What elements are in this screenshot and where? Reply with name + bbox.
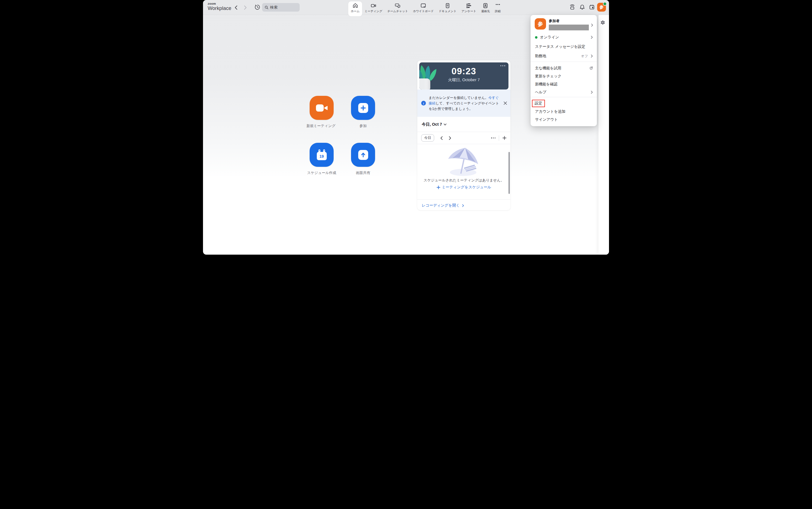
main-tabs: ホーム ミーティング チームチャット ホワイトボード ドキュメント アンケート <box>348 0 503 14</box>
tab-label: チームチャット <box>387 9 408 13</box>
search-placeholder: 検索 <box>270 5 278 10</box>
tab-more[interactable]: 詳細 <box>493 1 503 16</box>
prev-day-button[interactable] <box>440 136 443 140</box>
today-button[interactable]: 今日 <box>421 134 434 142</box>
tab-label: ホワイトボード <box>413 9 434 13</box>
forward-button[interactable] <box>242 4 248 10</box>
status-label: オンライン <box>540 35 559 40</box>
close-icon <box>504 101 507 105</box>
join-meeting-button[interactable]: 参加 <box>351 96 375 128</box>
connect-device-button[interactable] <box>569 4 576 10</box>
search-input[interactable]: 検索 <box>262 3 300 11</box>
tab-contacts[interactable]: 連絡先 <box>479 1 493 16</box>
tab-docs[interactable]: ドキュメント <box>436 1 459 16</box>
menu-item-try-features[interactable]: 主な機能を試用 <box>531 64 597 72</box>
header-bar: zoom Workplace 検索 ホーム <box>203 0 609 15</box>
clock-card-more-button[interactable] <box>501 65 505 66</box>
chevron-right-icon <box>591 24 593 27</box>
share-screen-tile[interactable] <box>351 143 375 167</box>
menu-item-settings[interactable]: 設定 <box>531 99 597 107</box>
date-header-label: 今日, Oct 7 <box>422 122 442 127</box>
menu-item-check-updates[interactable]: 更新をチェック <box>531 72 597 80</box>
tab-surveys[interactable]: アンケート <box>459 1 479 16</box>
recent-history-button[interactable] <box>255 4 261 10</box>
tab-home[interactable]: ホーム <box>348 1 362 16</box>
external-link-icon <box>589 66 593 70</box>
menu-item-sign-out[interactable]: サインアウト <box>531 115 597 124</box>
logo-workplace-text: Workplace <box>208 6 232 11</box>
calendar-icon <box>588 4 595 10</box>
open-recordings-link[interactable]: レコーディングを開く <box>422 203 464 208</box>
zoom-workplace-window: zoom Workplace 検索 ホーム <box>203 0 609 254</box>
home-icon <box>352 3 358 8</box>
calendar-button[interactable] <box>588 4 595 10</box>
chevron-right-icon <box>462 204 464 207</box>
calendar-more-button[interactable] <box>491 138 496 138</box>
more-ellipsis-icon <box>495 3 501 8</box>
new-meeting-tile[interactable] <box>310 96 334 120</box>
notifications-button[interactable] <box>579 4 585 10</box>
plus-icon <box>358 103 368 113</box>
menu-item-add-account[interactable]: アカウントを追加 <box>531 107 597 115</box>
clock-date: 火曜日, October 7 <box>419 77 508 82</box>
profile-avatar[interactable]: 参 <box>597 3 606 11</box>
new-meeting-label: 新規ミーティング <box>306 124 336 128</box>
home-calendar-card: 09:23 火曜日, October 7 i まだカレンダーを接続していません。… <box>417 61 510 210</box>
open-recordings-label: レコーディングを開く <box>422 203 460 208</box>
plus-icon <box>437 185 440 189</box>
schedule-tile[interactable]: 19 <box>310 143 334 167</box>
schedule-label: スケジュール作成 <box>307 170 336 175</box>
tab-label: ミーティング <box>365 9 382 13</box>
tab-label: アンケート <box>462 9 476 13</box>
tab-label: 詳細 <box>495 9 501 13</box>
notice-text: まだカレンダーを接続していません。今すぐ接続して、すべてのミーティングやイベント… <box>429 95 501 111</box>
profile-name: 参加者 <box>549 19 589 24</box>
scrollbar[interactable] <box>508 152 510 194</box>
online-status-dot <box>535 36 538 39</box>
menu-item-status[interactable]: オンライン <box>531 33 597 42</box>
calendar-day-number: 19 <box>319 154 324 159</box>
add-event-button[interactable] <box>502 136 507 140</box>
calendar-toolbar: 今日 <box>417 132 510 144</box>
customize-home-button[interactable] <box>601 20 605 25</box>
back-button[interactable] <box>233 4 239 10</box>
video-camera-icon <box>371 3 376 8</box>
calendar-19-icon: 19 <box>317 149 327 161</box>
search-icon <box>265 5 268 9</box>
tab-team-chat[interactable]: チームチャット <box>385 1 410 16</box>
tab-meetings[interactable]: ミーティング <box>362 1 385 16</box>
calendar-connect-notice: i まだカレンダーを接続していません。今すぐ接続して、すべてのミーティングやイベ… <box>417 90 510 117</box>
plus-icon <box>502 136 507 140</box>
right-panel-edge <box>599 8 609 254</box>
avatar: 参 <box>535 18 546 30</box>
chevron-left-icon <box>235 6 237 9</box>
chevron-left-icon <box>441 136 442 139</box>
clock-time: 09:23 <box>419 66 508 76</box>
chevron-right-icon <box>591 91 593 94</box>
new-meeting-button[interactable]: 新規ミーティング <box>310 96 334 128</box>
avatar-initial: 参 <box>600 5 604 10</box>
profile-menu: 参 参加者 オンライン ステータス メッセージを設定 勤務地 オフ <box>531 15 597 126</box>
tab-whiteboard[interactable]: ホワイトボード <box>410 1 436 16</box>
join-tile[interactable] <box>351 96 375 120</box>
info-icon: i <box>421 101 426 105</box>
schedule-meeting-link[interactable]: ミーティングをスケジュール <box>417 185 510 190</box>
share-screen-label: 画面共有 <box>356 170 370 175</box>
survey-poll-icon <box>466 3 472 8</box>
notice-close-button[interactable] <box>504 101 507 105</box>
menu-item-help[interactable]: ヘルプ <box>531 88 597 96</box>
chat-bubbles-icon <box>395 3 401 8</box>
menu-divider <box>531 62 597 62</box>
profile-menu-header[interactable]: 参 参加者 <box>531 15 597 33</box>
next-day-button[interactable] <box>449 136 451 140</box>
menu-item-set-status-message[interactable]: ステータス メッセージを設定 <box>531 42 597 52</box>
menu-item-work-location[interactable]: 勤務地 オフ <box>531 52 597 61</box>
clock-card: 09:23 火曜日, October 7 <box>419 62 508 90</box>
chevron-right-icon <box>244 6 246 9</box>
menu-item-whats-new[interactable]: 新機能を確認 <box>531 80 597 88</box>
schedule-button[interactable]: 19 スケジュール作成 <box>310 143 334 175</box>
annotation-highlight-box: 設定 <box>532 100 545 107</box>
no-meetings-message: スケジュールされたミーティングはありません。 <box>417 178 510 183</box>
share-screen-button[interactable]: 画面共有 <box>351 143 375 175</box>
date-header-dropdown[interactable]: 今日, Oct 7 <box>422 122 447 127</box>
